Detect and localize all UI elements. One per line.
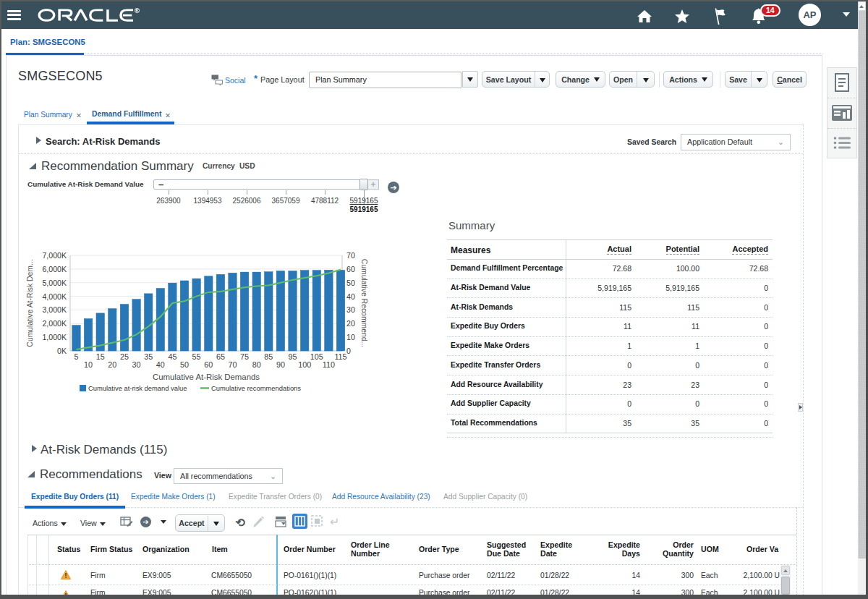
svg-text:80: 80 [252, 360, 261, 369]
svg-text:Cumulative Recommend...: Cumulative Recommend... [360, 259, 368, 347]
svg-text:15: 15 [96, 352, 105, 361]
svg-text:1,000K: 1,000K [42, 333, 67, 341]
svg-text:65: 65 [216, 352, 225, 361]
svg-text:30: 30 [346, 305, 355, 314]
svg-text:6,000K: 6,000K [42, 265, 67, 273]
svg-text:115: 115 [334, 352, 346, 361]
svg-text:20: 20 [108, 360, 116, 369]
svg-text:60: 60 [204, 360, 213, 369]
svg-text:2,000K: 2,000K [42, 319, 67, 328]
svg-text:Cumulative At-Risk Demands: Cumulative At-Risk Demands [153, 373, 260, 381]
svg-text:60: 60 [346, 265, 355, 273]
svg-text:20: 20 [346, 319, 355, 328]
svg-text:Cumulative at-risk demand valu: Cumulative at-risk demand value [88, 384, 187, 392]
svg-text:90: 90 [276, 360, 285, 369]
svg-text:55: 55 [192, 352, 201, 361]
svg-text:30: 30 [132, 360, 141, 369]
svg-text:70: 70 [228, 360, 237, 369]
svg-text:40: 40 [156, 360, 165, 369]
svg-text:Cumulative At-Risk Dem...: Cumulative At-Risk Dem... [26, 259, 34, 347]
svg-text:40: 40 [346, 292, 355, 301]
svg-text:110: 110 [323, 360, 335, 369]
svg-text:3,000K: 3,000K [42, 305, 67, 314]
svg-text:4,000K: 4,000K [42, 292, 67, 301]
svg-text:70: 70 [346, 251, 355, 260]
svg-text:10: 10 [346, 333, 355, 341]
svg-text:45: 45 [168, 352, 176, 361]
svg-text:0K: 0K [57, 347, 67, 355]
svg-text:85: 85 [264, 352, 273, 361]
svg-text:0: 0 [346, 347, 351, 355]
svg-text:10: 10 [84, 360, 93, 369]
svg-text:75: 75 [240, 352, 249, 361]
svg-text:25: 25 [120, 352, 129, 361]
svg-text:5,000K: 5,000K [42, 279, 67, 287]
svg-text:100: 100 [298, 360, 311, 369]
svg-text:35: 35 [144, 352, 153, 361]
svg-text:50: 50 [180, 360, 189, 369]
svg-text:Cumulative recommendations: Cumulative recommendations [211, 384, 301, 392]
svg-text:7,000K: 7,000K [42, 251, 67, 260]
svg-text:5: 5 [74, 352, 78, 361]
svg-text:105: 105 [310, 352, 323, 361]
svg-text:50: 50 [346, 279, 355, 287]
svg-text:95: 95 [288, 352, 297, 361]
